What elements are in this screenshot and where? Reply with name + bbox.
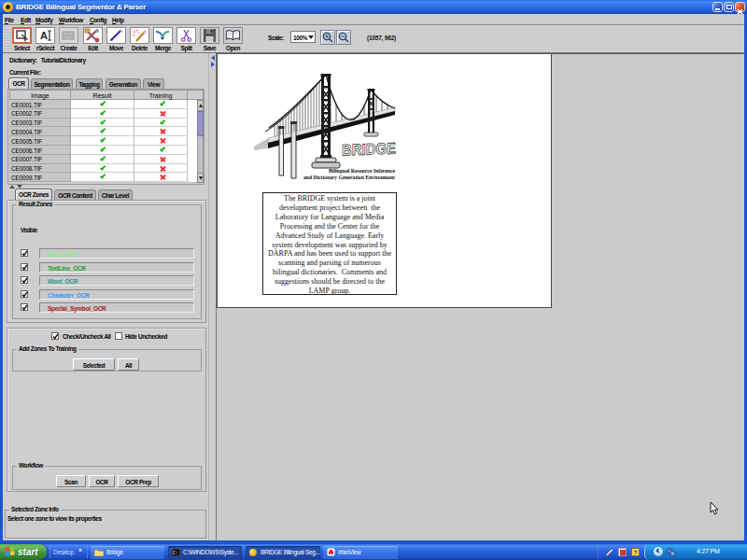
svg-text:and Dictionary Generation Envi: and Dictionary Generation Environment [303, 174, 396, 180]
svg-text:A: A [40, 30, 48, 41]
svg-text:C:: C: [173, 551, 178, 556]
svg-text:BRIDGE: BRIDGE [342, 140, 396, 160]
svg-text:Bilingual Resource Inference: Bilingual Resource Inference [329, 167, 395, 174]
